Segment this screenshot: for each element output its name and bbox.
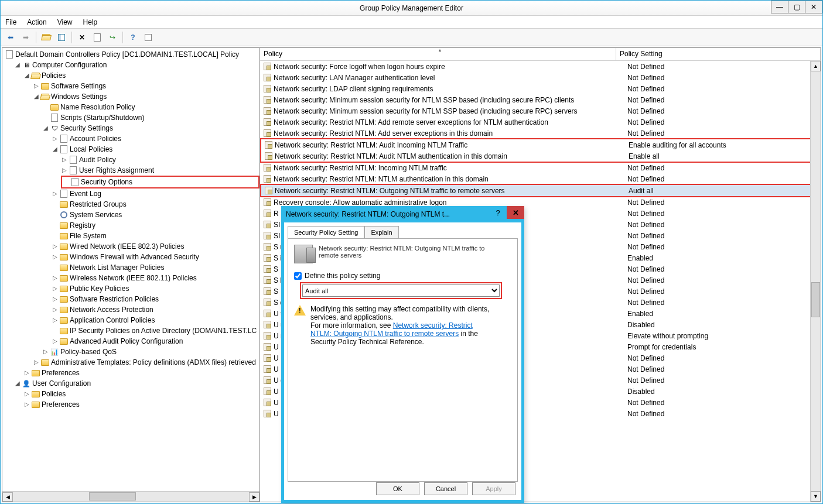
expand-icon[interactable]: ▷: [52, 338, 58, 345]
dialog-titlebar[interactable]: Network security: Restrict NTLM: Outgoin…: [281, 206, 524, 222]
tab-explain[interactable]: Explain: [364, 226, 398, 238]
list-row[interactable]: Network security: LDAP client signing re…: [260, 83, 821, 94]
tree-administrative-templates[interactable]: ▷Administrative Templates: Policy defini…: [33, 357, 259, 368]
tree-application-control[interactable]: ▷Application Control Policies: [52, 315, 259, 325]
policy-value-select[interactable]: Audit all: [302, 284, 500, 297]
forward-button[interactable]: ➡: [19, 31, 32, 44]
scroll-thumb[interactable]: [811, 282, 820, 317]
tree-wired-network[interactable]: ▷Wired Network (IEEE 802.3) Policies: [52, 241, 259, 252]
tree-public-key-policies[interactable]: ▷Public Key Policies: [52, 283, 259, 294]
column-policy[interactable]: Policy▲: [260, 48, 616, 60]
dialog-close-button[interactable]: ✕: [507, 206, 524, 219]
list-row[interactable]: Network security: Minimum session securi…: [260, 94, 821, 105]
expand-icon[interactable]: ▷: [23, 391, 30, 397]
scroll-thumb[interactable]: [89, 492, 136, 500]
close-button[interactable]: ✕: [805, 1, 822, 13]
tree-software-restriction[interactable]: ▷Software Restriction Policies: [52, 294, 259, 304]
expand-icon[interactable]: ▷: [52, 244, 58, 250]
list-row[interactable]: Network security: Restrict NTLM: Audit N…: [261, 150, 814, 162]
scroll-up-button[interactable]: ▲: [811, 61, 821, 71]
list-row[interactable]: Network security: LAN Manager authentica…: [260, 72, 821, 83]
list-row[interactable]: Network security: Restrict NTLM: NTLM au…: [260, 173, 821, 184]
expand-icon[interactable]: ▷: [33, 359, 39, 366]
delete-button[interactable]: ✕: [76, 31, 88, 44]
scroll-track[interactable]: [13, 492, 249, 502]
expand-icon[interactable]: ▷: [52, 286, 58, 292]
tree-windows-settings[interactable]: ◢Windows Settings: [33, 91, 259, 102]
up-button[interactable]: [40, 31, 53, 44]
tree-preferences[interactable]: ▷Preferences: [23, 368, 259, 378]
tree-local-policies[interactable]: ◢Local Policies: [52, 144, 259, 155]
export-button[interactable]: ↪: [106, 31, 119, 44]
expand-icon[interactable]: ▷: [52, 275, 58, 282]
tree-event-log[interactable]: ▷Event Log: [52, 188, 259, 199]
expand-icon[interactable]: ▷: [52, 296, 58, 303]
tree-audit-policy[interactable]: ▷Audit Policy: [61, 155, 259, 165]
tree-security-options[interactable]: Security Options: [61, 176, 259, 188]
scroll-left-button[interactable]: ◀: [2, 492, 13, 502]
list-row[interactable]: Network security: Restrict NTLM: Add rem…: [260, 116, 821, 128]
apply-button[interactable]: Apply: [472, 482, 515, 495]
menu-file[interactable]: File: [5, 18, 16, 26]
expand-icon[interactable]: ▷: [61, 167, 67, 174]
menu-view[interactable]: View: [57, 18, 73, 26]
expand-icon[interactable]: ▷: [52, 317, 58, 324]
list-row[interactable]: Network security: Force logoff when logo…: [260, 61, 821, 72]
expand-icon[interactable]: ▷: [23, 370, 30, 376]
tree-registry[interactable]: Registry: [52, 220, 259, 231]
collapse-icon[interactable]: ◢: [23, 73, 30, 79]
maximize-button[interactable]: ▢: [788, 1, 805, 13]
tree-account-policies[interactable]: ▷Account Policies: [52, 133, 259, 144]
collapse-icon[interactable]: ◢: [52, 146, 58, 153]
tree[interactable]: Default Domain Controllers Policy [DC1.D…: [2, 48, 259, 491]
tree-ip-security-policies[interactable]: IP Security Policies on Active Directory…: [52, 325, 259, 336]
expand-icon[interactable]: ▷: [42, 349, 49, 355]
expand-icon[interactable]: ▷: [52, 191, 58, 197]
ok-button[interactable]: OK: [376, 482, 419, 495]
list-row[interactable]: Network security: Minimum session securi…: [260, 105, 821, 116]
tab-security-policy-setting[interactable]: Security Policy Setting: [288, 226, 364, 238]
scroll-right-button[interactable]: ▶: [249, 492, 259, 502]
scroll-down-button[interactable]: ▼: [811, 491, 821, 502]
tree-user-preferences[interactable]: ▷Preferences: [23, 399, 259, 410]
tree-file-system[interactable]: File System: [52, 231, 259, 241]
tree-scripts[interactable]: Scripts (Startup/Shutdown): [42, 112, 259, 123]
expand-icon[interactable]: ▷: [33, 83, 39, 90]
tree-name-resolution-policy[interactable]: Name Resolution Policy: [42, 102, 259, 112]
properties-button[interactable]: [91, 31, 104, 44]
column-policy-setting[interactable]: Policy Setting: [616, 48, 821, 60]
collapse-icon[interactable]: ◢: [14, 380, 21, 387]
titlebar[interactable]: Group Policy Management Editor — ▢ ✕: [1, 1, 822, 16]
tree-policies[interactable]: ◢Policies: [23, 70, 259, 81]
tree-advanced-audit[interactable]: ▷Advanced Audit Policy Configuration: [52, 336, 259, 347]
define-policy-checkbox[interactable]: [294, 272, 302, 280]
expand-icon[interactable]: ▷: [52, 136, 58, 142]
tree-wireless-network[interactable]: ▷Wireless Network (IEEE 802.11) Policies: [52, 273, 259, 283]
cancel-button[interactable]: Cancel: [424, 482, 467, 495]
collapse-icon[interactable]: ◢: [42, 125, 49, 132]
dialog-help-button[interactable]: ?: [489, 206, 507, 219]
tree-user-rights-assignment[interactable]: ▷User Rights Assignment: [61, 165, 259, 176]
list-row[interactable]: Network security: Restrict NTLM: Outgoin…: [261, 185, 814, 196]
tree-system-services[interactable]: System Services: [52, 210, 259, 220]
collapse-icon[interactable]: ◢: [33, 94, 39, 100]
filter-button[interactable]: [142, 31, 155, 44]
tree-user-policies[interactable]: ▷Policies: [23, 389, 259, 399]
tree-restricted-groups[interactable]: Restricted Groups: [52, 199, 259, 210]
minimize-button[interactable]: —: [771, 1, 788, 13]
menu-action[interactable]: Action: [27, 18, 46, 26]
tree-windows-firewall[interactable]: ▷Windows Firewall with Advanced Security: [52, 252, 259, 262]
expand-icon[interactable]: ▷: [61, 157, 67, 163]
tree-policy-based-qos[interactable]: ▷📊Policy-based QoS: [42, 347, 259, 357]
help-button[interactable]: ?: [127, 31, 139, 44]
expand-icon[interactable]: ▷: [23, 402, 30, 408]
scroll-track[interactable]: [811, 71, 821, 491]
list-vscrollbar[interactable]: ▲ ▼: [810, 61, 821, 502]
collapse-icon[interactable]: ◢: [14, 62, 21, 68]
tree-security-settings[interactable]: ◢🛡Security Settings: [42, 123, 259, 133]
list-row[interactable]: Network security: Restrict NTLM: Incomin…: [260, 162, 821, 173]
expand-icon[interactable]: ▷: [52, 307, 58, 313]
back-button[interactable]: ⬅: [4, 31, 17, 44]
tree-software-settings[interactable]: ▷Software Settings: [33, 81, 259, 91]
tree-user-configuration[interactable]: ◢👤User Configuration: [14, 378, 259, 389]
